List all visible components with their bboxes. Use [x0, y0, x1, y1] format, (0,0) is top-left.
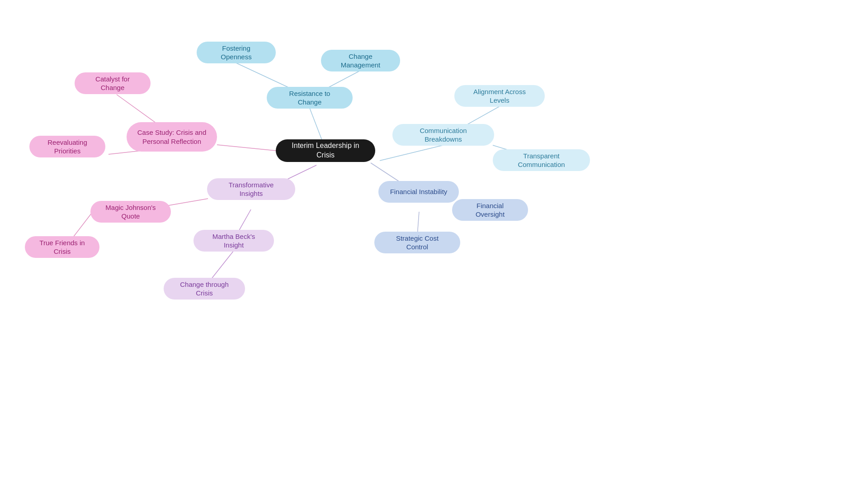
catalyst-for-change-label: Catalyst for Change [85, 75, 141, 92]
financial-oversight-node[interactable]: Financial Oversight [452, 199, 528, 221]
alignment-across-levels-node[interactable]: Alignment Across Levels [454, 85, 545, 107]
true-friends-in-crisis-node[interactable]: True Friends in Crisis [25, 236, 99, 258]
financial-oversight-label: Financial Oversight [462, 201, 518, 219]
strategic-cost-control-node[interactable]: Strategic Cost Control [374, 232, 460, 253]
communication-breakdowns-label: Communication Breakdowns [402, 126, 484, 144]
catalyst-for-change-node[interactable]: Catalyst for Change [75, 72, 151, 94]
transformative-insights-node[interactable]: Transformative Insights [207, 178, 295, 200]
magic-johnsons-quote-node[interactable]: Magic Johnson's Quote [90, 201, 171, 223]
change-management-label: Change Management [331, 52, 390, 70]
center-label: Interim Leadership in Crisis [286, 141, 365, 160]
reevaluating-priorities-node[interactable]: Reevaluating Priorities [29, 136, 105, 157]
change-management-node[interactable]: Change Management [321, 50, 400, 71]
reevaluating-priorities-label: Reevaluating Priorities [39, 138, 95, 156]
martha-becks-insight-node[interactable]: Martha Beck's Insight [193, 230, 274, 252]
martha-becks-insight-label: Martha Beck's Insight [203, 232, 264, 250]
case-study-label: Case Study: Crisis and Personal Reflecti… [137, 128, 207, 146]
transparent-communication-label: Transparent Communication [503, 152, 580, 169]
fostering-openness-label: Fostering Openness [207, 44, 266, 62]
change-through-crisis-label: Change through Crisis [174, 280, 235, 298]
communication-breakdowns-node[interactable]: Communication Breakdowns [392, 124, 494, 146]
case-study-node[interactable]: Case Study: Crisis and Personal Reflecti… [127, 122, 217, 152]
financial-instability-label: Financial Instability [390, 187, 448, 196]
svg-line-3 [380, 145, 443, 161]
resistance-to-change-label: Resistance to Change [277, 89, 343, 107]
resistance-to-change-node[interactable]: Resistance to Change [267, 87, 353, 109]
strategic-cost-control-label: Strategic Cost Control [384, 234, 450, 252]
change-through-crisis-node[interactable]: Change through Crisis [164, 278, 245, 300]
transformative-insights-label: Transformative Insights [217, 181, 285, 198]
financial-instability-node[interactable]: Financial Instability [378, 181, 459, 203]
alignment-across-levels-label: Alignment Across Levels [464, 87, 535, 105]
center-node: Interim Leadership in Crisis [276, 139, 375, 162]
magic-johnsons-quote-label: Magic Johnson's Quote [100, 203, 161, 221]
transparent-communication-node[interactable]: Transparent Communication [493, 149, 590, 171]
fostering-openness-node[interactable]: Fostering Openness [197, 42, 276, 63]
true-friends-in-crisis-label: True Friends in Crisis [35, 238, 90, 256]
